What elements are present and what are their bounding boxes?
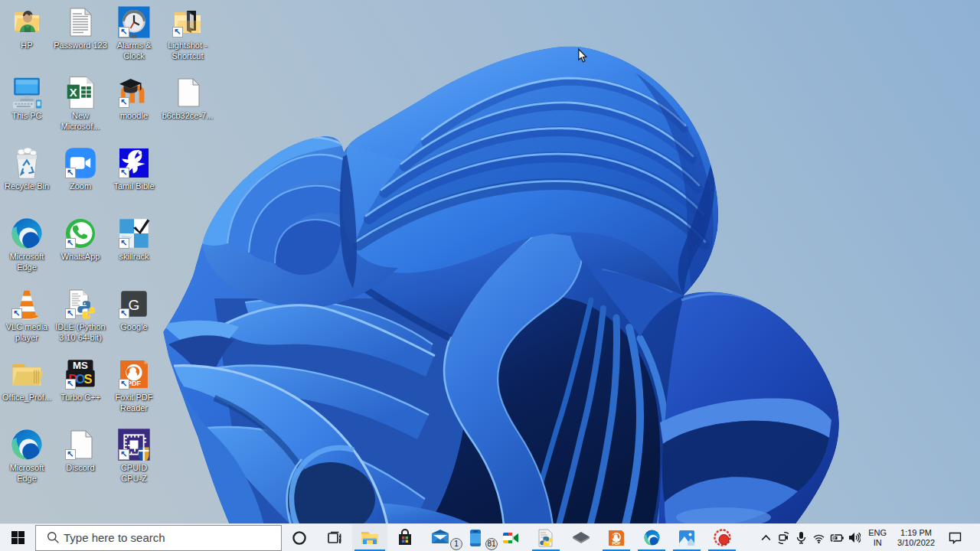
svg-text:X: X [70,86,77,99]
svg-text:MS: MS [73,360,88,371]
svg-text:S: S [83,372,92,386]
svg-text:G: G [129,297,140,313]
svg-text:PDF: PDF [612,541,622,546]
